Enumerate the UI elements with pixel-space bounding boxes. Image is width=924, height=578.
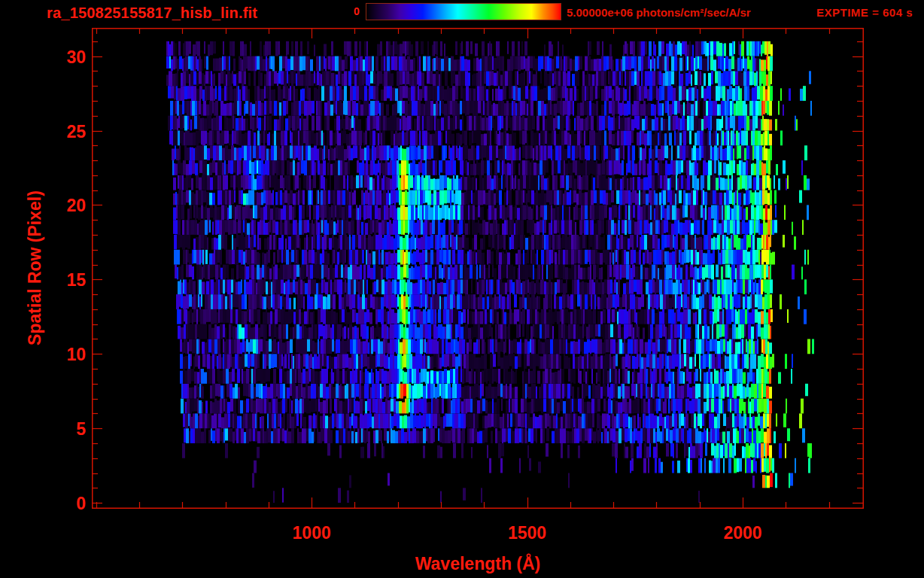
x-tick-label: 1000 bbox=[281, 523, 342, 543]
y-tick-label: 10 bbox=[30, 345, 86, 365]
colorbar-min-label: 0 bbox=[348, 5, 366, 17]
x-tick-label: 2000 bbox=[713, 523, 773, 543]
y-axis-label: Spatial Row (Pixel) bbox=[25, 190, 45, 345]
file-title: ra_150825155817_hisb_lin.fit bbox=[47, 5, 257, 22]
colorbar bbox=[366, 3, 561, 20]
y-tick-label: 30 bbox=[30, 47, 86, 68]
y-tick-label: 5 bbox=[30, 419, 86, 440]
x-tick-label: 1500 bbox=[497, 523, 558, 543]
y-tick-label: 25 bbox=[30, 122, 86, 142]
colorbar-max-label: 5.00000e+06 photons/cm²/sec/A/sr bbox=[567, 6, 751, 19]
exptime-label: EXPTIME = 604 s bbox=[816, 6, 913, 19]
idl-plot-window: ra_150825155817_hisb_lin.fit 0 5.00000e+… bbox=[0, 0, 924, 578]
y-tick-label: 0 bbox=[30, 494, 86, 514]
spectrogram-canvas bbox=[92, 28, 864, 509]
x-axis-label: Wavelength (Å) bbox=[415, 554, 541, 574]
